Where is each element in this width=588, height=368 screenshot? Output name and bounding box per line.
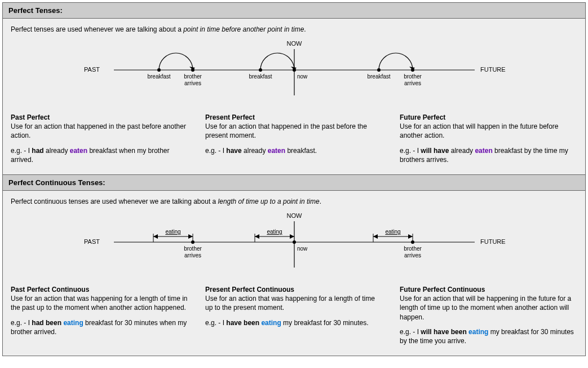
- right-a: breakfast: [367, 73, 390, 80]
- right-b2: arrives: [404, 252, 421, 259]
- eg-pre: e.g. - I: [205, 319, 226, 327]
- col-example: e.g. - I will have already eaten breakfa…: [400, 146, 577, 164]
- perfect-cont-columns: Past Perfect Continuous Use for an actio…: [11, 285, 577, 345]
- past-perfect-cont-col: Past Perfect Continuous Use for an actio…: [11, 285, 188, 345]
- eg-mid: already: [44, 147, 70, 155]
- future-label: FUTURE: [480, 66, 506, 73]
- col-desc: Use for an action that was happening for…: [205, 294, 383, 312]
- mid-a: breakfast: [249, 73, 272, 80]
- eg-pre: e.g. - I: [11, 147, 32, 155]
- now-label: NOW: [286, 212, 302, 219]
- eg-pre: e.g. - I: [11, 319, 32, 327]
- perfect-cont-body: Perfect continuous tenses are used whene…: [3, 191, 585, 356]
- svg-marker-21: [290, 234, 294, 239]
- eg-post: breakfast.: [285, 147, 317, 155]
- past-label: PAST: [84, 238, 100, 245]
- intro-end: .: [320, 198, 321, 205]
- eg-verb: eating: [261, 319, 281, 327]
- col-desc: Use for an action that happened in the p…: [11, 122, 188, 140]
- svg-marker-25: [373, 234, 378, 239]
- svg-point-18: [191, 240, 194, 244]
- future-label: FUTURE: [480, 238, 506, 245]
- eg-post: my breakfast for 30 minutes.: [281, 319, 369, 327]
- eg-mid: already: [449, 147, 475, 155]
- eg-pre: e.g. - I: [400, 147, 421, 155]
- perfect-columns: Past Perfect Use for an action that happ…: [11, 113, 577, 164]
- right-b: brother: [404, 246, 422, 252]
- past-label: PAST: [84, 66, 100, 73]
- intro-text: Perfect tenses are used whenever we are …: [11, 25, 183, 33]
- left-b: brother: [184, 73, 202, 80]
- perfect-intro: Perfect tenses are used whenever we are …: [11, 25, 577, 33]
- col-example: e.g. - I had been eating breakfast for 3…: [11, 318, 188, 336]
- col-title: Past Perfect Continuous: [11, 285, 188, 294]
- perfect-cont-intro: Perfect continuous tenses are used whene…: [11, 198, 577, 205]
- eg-verb: eaten: [268, 147, 285, 155]
- left-b2: arrives: [184, 252, 201, 259]
- now-label: NOW: [286, 40, 302, 47]
- svg-point-29: [411, 240, 414, 244]
- perfect-body: Perfect tenses are used whenever we are …: [3, 19, 585, 174]
- future-perfect-cont-col: Future Perfect Continuous Use for an act…: [400, 285, 577, 345]
- intro-text: Perfect continuous tenses are used whene…: [11, 198, 218, 205]
- perfect-cont-header: Perfect Continuous Tenses:: [3, 175, 585, 191]
- col-desc: Use for an action that was happening for…: [11, 294, 188, 312]
- svg-point-23: [293, 240, 296, 244]
- col-title: Past Perfect: [11, 113, 188, 122]
- present-perfect-col: Present Perfect Use for an action that h…: [205, 113, 383, 164]
- right-b: brother: [404, 73, 422, 80]
- col-desc: Use for an action that happened in the p…: [205, 122, 383, 140]
- col-title: Present Perfect: [205, 113, 383, 122]
- present-perfect-cont-col: Present Perfect Continuous Use for an ac…: [205, 285, 383, 345]
- perfect-header: Perfect Tenses:: [3, 3, 585, 19]
- left-a: breakfast: [147, 73, 170, 80]
- col-example: e.g. - I had already eaten breakfast whe…: [11, 146, 188, 164]
- past-perfect-col: Past Perfect Use for an action that happ…: [11, 113, 188, 164]
- left-b: brother: [184, 246, 202, 252]
- eg-bold: will have: [421, 147, 449, 155]
- mid-b: now: [297, 246, 308, 252]
- eg-verb: eaten: [475, 147, 492, 155]
- eg-pre: e.g. - I: [205, 147, 226, 155]
- svg-marker-20: [255, 234, 259, 239]
- eg-mid: already: [242, 147, 268, 155]
- col-title: Present Perfect Continuous: [205, 285, 383, 294]
- intro-end: .: [304, 25, 306, 33]
- future-perfect-col: Future Perfect Use for an action that wi…: [400, 113, 577, 164]
- eg-bold: will have been: [421, 328, 466, 336]
- col-example: e.g. - I will have been eating my breakf…: [400, 327, 577, 345]
- col-desc: Use for an action that will happen in th…: [400, 122, 577, 140]
- eg-bold: had: [32, 147, 43, 155]
- svg-marker-14: [153, 234, 158, 239]
- perfect-diagram: NOW PAST FUTURE breakfast brother arrive…: [11, 39, 577, 103]
- col-title: Future Perfect Continuous: [400, 285, 577, 294]
- col-desc: Use for an action that will be happening…: [400, 294, 577, 322]
- span-label: eating: [267, 229, 282, 235]
- perfect-tenses-panel: Perfect Tenses: Perfect tenses are used …: [2, 2, 586, 175]
- eg-bold: have: [226, 147, 241, 155]
- svg-marker-15: [188, 234, 193, 239]
- eg-verb: eating: [468, 328, 488, 336]
- col-example: e.g. - I have been eating my breakfast f…: [205, 318, 383, 327]
- mid-b: now: [297, 73, 308, 80]
- perfect-cont-diagram: NOW PAST FUTURE eating brother arrives: [11, 211, 577, 275]
- eg-pre: e.g. - I: [400, 328, 421, 336]
- intro-em: length of time up to a point in time: [218, 198, 320, 205]
- right-b2: arrives: [404, 80, 421, 86]
- perfect-continuous-panel: Perfect Continuous Tenses: Perfect conti…: [2, 175, 586, 356]
- eg-bold: have been: [226, 319, 259, 327]
- intro-em: point in time before another point in ti…: [183, 25, 304, 33]
- svg-marker-26: [408, 234, 413, 239]
- span-label: eating: [165, 229, 180, 235]
- col-title: Future Perfect: [400, 113, 577, 122]
- eg-verb: eaten: [70, 147, 87, 155]
- eg-bold: had been: [32, 319, 61, 327]
- eg-verb: eating: [63, 319, 83, 327]
- left-b2: arrives: [184, 80, 201, 86]
- span-label: eating: [385, 229, 400, 235]
- col-example: e.g. - I have already eaten breakfast.: [205, 146, 383, 155]
